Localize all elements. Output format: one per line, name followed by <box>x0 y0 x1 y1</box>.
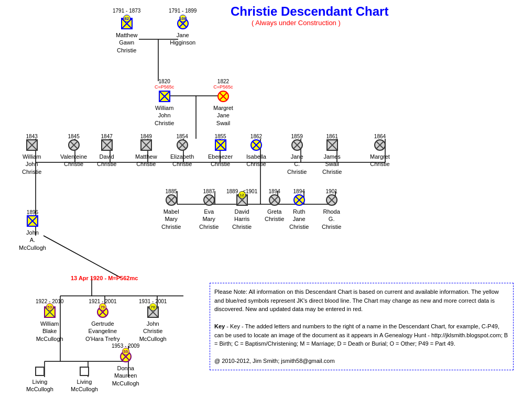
person-elizabeth: 1854 ElizabethChristie <box>170 134 194 168</box>
chart-area: Christie Descendant Chart ( Always under… <box>0 0 523 420</box>
svg-line-25 <box>43 236 121 278</box>
note-box: Please Note: All information on this Des… <box>210 283 514 370</box>
person-jane-higginson: 1791 - 1899 108 JaneHigginson <box>169 8 197 47</box>
person-ruth: 1894 RuthJaneChristie <box>289 189 309 230</box>
sub-title: ( Always under Construction ) <box>252 19 341 27</box>
person-john-mcc: 1896 JohnA.McCullogh <box>19 209 46 251</box>
note-text3: @ 2010-2012, Jim Smith; jsmith58@gmail.c… <box>214 357 509 366</box>
person-living1: LivingMcCullogh <box>26 367 53 393</box>
note-text2: Key - Key - The added letters and number… <box>214 322 509 348</box>
marriage-text: 13 Apr 1920 - M=P562mc <box>71 275 138 281</box>
person-matthew: 1791 - 1873 82 MatthewGawnChristie <box>113 8 140 54</box>
note-text1: Please Note: All information on this Des… <box>214 288 509 314</box>
person-james: 1861 JamesSwailChristie <box>322 134 342 175</box>
person-margret2: 1864 MargretChristie <box>370 134 390 168</box>
person-greta: 1894 GretaChristie <box>265 189 284 223</box>
person-margret-jane: 1822 C=P565c MargretJaneSwail <box>213 79 233 127</box>
person-rhoda: 1901 RhodaG.Christie <box>322 189 341 230</box>
main-title: Christie Descendant Chart <box>231 4 388 19</box>
person-david-harris: 1889 - <1901 12 DavidHarrisChristie <box>226 189 257 230</box>
person-gertrude: 1921 - 2001 79 GertrudeEvangelineO'Hara … <box>85 299 120 342</box>
person-matthew2: 1849 MatthewChristie <box>135 134 157 168</box>
person-ebenezer: 1855 EbenezerChristie <box>208 134 233 168</box>
person-living2: LivingMcCullogh <box>71 367 98 393</box>
person-mabel: 1885 MabelMaryChristie <box>161 189 181 230</box>
person-william-j2: 1843 WilliamJohnChristie <box>22 134 41 175</box>
person-david: 1847 DavidChristie <box>97 134 116 168</box>
person-eva: 1887 EvaMaryChristie <box>199 189 219 230</box>
person-william-blake: 1922 - 2010 53 WilliamBlakeMcCullogh <box>36 299 63 342</box>
person-john-mc2: 1931 - 2001 70 JohnChristieMcCullogh <box>139 299 167 342</box>
person-donna: 1953 - 2009 55 DonnaMaureenMcCullogh <box>112 343 139 387</box>
person-isabella: 1862 IsabellaChristie <box>246 134 266 168</box>
person-valenteine: 1845 ValenteineChristie <box>60 134 87 168</box>
person-william-john-1820: 1820 C=P565c WilliamJohnChristie <box>155 79 174 127</box>
person-jane-c: 1859 JaneC.Christie <box>287 134 307 175</box>
